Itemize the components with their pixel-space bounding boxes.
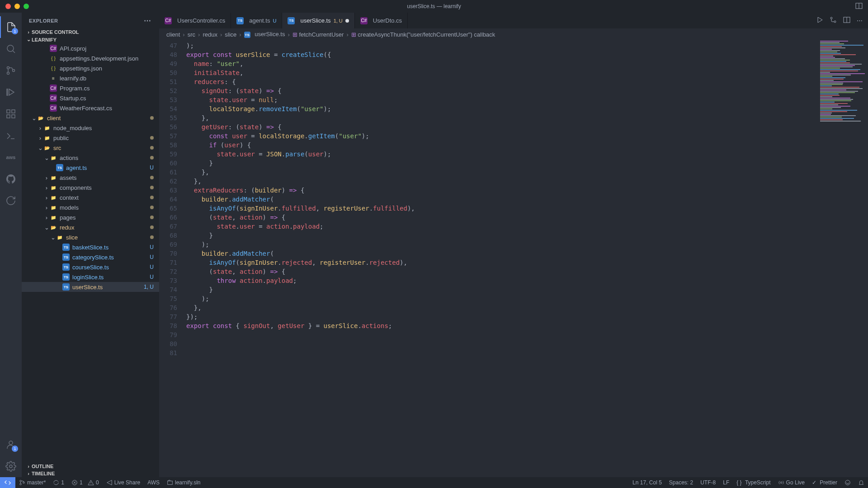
editor-body[interactable]: 47 48 49 50 51 52 53 54 55 56 57 58 59 6… — [159, 40, 868, 477]
modified-dot-icon — [150, 216, 154, 219]
tree-item-categorySlice-ts[interactable]: TScategorySlice.tsU — [22, 252, 159, 262]
tree-item-appsettings-Development-json[interactable]: { }appsettings.Development.json — [22, 53, 159, 63]
debug-icon[interactable] — [0, 81, 22, 103]
tree-item-userSlice-ts[interactable]: TSuserSlice.ts1, U — [22, 282, 159, 292]
explorer-more-icon[interactable]: ⋯ — [144, 16, 152, 25]
extensions-icon[interactable] — [0, 103, 22, 125]
account-icon[interactable]: 1 — [0, 434, 22, 455]
svg-point-21 — [20, 480, 22, 482]
chevron-right-icon: › — [43, 214, 50, 221]
tree-item-basketSlice-ts[interactable]: TSbasketSlice.tsU — [22, 242, 159, 252]
tab-agent-ts[interactable]: TSagent.tsU — [231, 13, 282, 28]
indent-status[interactable]: Spaces: 2 — [665, 479, 697, 486]
breadcrumb-item[interactable]: client — [166, 31, 180, 38]
tab-UserDto-cs[interactable]: C#UserDto.cs — [355, 13, 408, 28]
section-workspace[interactable]: ⌄LEARNIFY — [22, 36, 159, 43]
breadcrumb-item[interactable]: ⊞ fetchCurrentUser — [292, 31, 344, 38]
tab-label: UserDto.cs — [373, 17, 402, 24]
tree-item-agent-ts[interactable]: TSagent.tsU — [22, 163, 159, 173]
tree-item-assets[interactable]: ›📁assets — [22, 173, 159, 183]
source-control-icon[interactable] — [0, 60, 22, 81]
tab-userSlice-ts[interactable]: TSuserSlice.ts1, U — [282, 13, 354, 28]
branch-status[interactable]: master* — [15, 479, 49, 486]
svg-point-15 — [9, 465, 12, 468]
tree-item-actions[interactable]: ⌄📁actions — [22, 153, 159, 163]
tree-item-src[interactable]: ⌄📂src — [22, 143, 159, 153]
search-icon[interactable] — [0, 38, 22, 60]
sync-status[interactable]: 1 — [49, 479, 68, 486]
section-outline[interactable]: ›OUTLINE — [22, 463, 159, 470]
more-icon[interactable]: ⋯ — [857, 17, 863, 24]
breadcrumb-item[interactable]: TS userSlice.ts — [244, 31, 285, 38]
tree-label: redux — [60, 224, 148, 231]
tree-item-context[interactable]: ›📁context — [22, 192, 159, 202]
breadcrumb-item[interactable]: src — [188, 31, 195, 38]
tree-item-slice[interactable]: ⌄📁slice — [22, 232, 159, 242]
tree-item-redux[interactable]: ⌄📂redux — [22, 222, 159, 232]
modified-dot-icon — [150, 136, 154, 140]
explorer-tab-icon[interactable]: 1 — [0, 16, 22, 38]
feedback-icon[interactable] — [841, 479, 854, 486]
tab-badge: 1, U — [334, 18, 343, 23]
tree-item-models[interactable]: ›📁models — [22, 202, 159, 212]
breadcrumb-sep: › — [239, 31, 241, 38]
solution-status[interactable]: learnify.sln — [163, 479, 204, 486]
terminal-icon[interactable] — [0, 125, 22, 146]
tab-badge: U — [273, 18, 276, 23]
problems-status[interactable]: 1 0 — [68, 479, 103, 486]
breadcrumb[interactable]: client›src›redux›slice›TS userSlice.ts›⊞… — [159, 28, 868, 40]
breadcrumb-item[interactable]: redux — [203, 31, 217, 38]
breadcrumb-item[interactable]: slice — [225, 31, 236, 38]
minimize-window-button[interactable] — [14, 4, 20, 9]
close-window-button[interactable] — [5, 4, 11, 9]
maximize-window-button[interactable] — [24, 4, 29, 9]
liveshare-status[interactable]: Live Share — [103, 479, 144, 486]
minimap[interactable] — [818, 40, 868, 122]
encoding-status[interactable]: UTF-8 — [697, 479, 719, 486]
aws-icon[interactable]: aws — [0, 146, 22, 168]
tab-UsersController-cs[interactable]: C#UsersController.cs — [159, 13, 231, 28]
section-timeline[interactable]: ›TIMELINE — [22, 470, 159, 477]
tree-item-courseSlice-ts[interactable]: TScourseSlice.tsU — [22, 262, 159, 272]
svg-line-3 — [13, 51, 15, 53]
tree-item-Program-cs[interactable]: C#Program.cs — [22, 83, 159, 93]
eol-status[interactable]: LF — [719, 479, 733, 486]
svg-point-6 — [13, 70, 15, 72]
file-tree[interactable]: C#API.csproj{ }appsettings.Development.j… — [22, 43, 159, 463]
tree-item-node_modules[interactable]: ›📁node_modules — [22, 123, 159, 133]
settings-icon[interactable] — [0, 455, 22, 477]
split-icon[interactable] — [843, 16, 850, 25]
window-title: userSlice.ts — learnify — [407, 3, 461, 9]
tree-label: loginSlice.ts — [72, 274, 150, 281]
diff-icon[interactable] — [830, 16, 837, 25]
golive-status[interactable]: Go Live — [774, 479, 808, 486]
tree-item-learnify-db[interactable]: ≡learnify.db — [22, 73, 159, 83]
tree-label: node_modules — [53, 125, 154, 131]
tree-item-components[interactable]: ›📁components — [22, 183, 159, 192]
layout-toggle-icon[interactable] — [855, 2, 863, 11]
tree-item-Startup-cs[interactable]: C#Startup.cs — [22, 93, 159, 103]
tree-item-client[interactable]: ⌄📂client — [22, 113, 159, 123]
tree-item-public[interactable]: ›📁public — [22, 133, 159, 143]
remote-button[interactable] — [0, 477, 15, 488]
aws-status[interactable]: AWS — [144, 479, 163, 486]
language-status[interactable]: { } TypeScript — [733, 479, 774, 486]
tree-label: userSlice.ts — [72, 284, 144, 291]
tree-item-pages[interactable]: ›📁pages — [22, 212, 159, 222]
tree-item-loginSlice-ts[interactable]: TSloginSlice.tsU — [22, 272, 159, 282]
github-icon[interactable] — [0, 168, 22, 190]
tree-item-API-csproj[interactable]: C#API.csproj — [22, 43, 159, 53]
tree-item-WeatherForecast-cs[interactable]: C#WeatherForecast.cs — [22, 103, 159, 113]
modified-dot-icon — [150, 235, 154, 239]
modified-dot-icon — [150, 186, 154, 189]
tree-item-appsettings-json[interactable]: { }appsettings.json — [22, 63, 159, 73]
refresh-icon[interactable] — [0, 190, 22, 211]
svg-point-29 — [780, 482, 782, 483]
cursor-position[interactable]: Ln 17, Col 5 — [629, 479, 665, 486]
code-content[interactable]: );export const userSlice = createSlice({… — [186, 40, 868, 477]
section-source-control[interactable]: ›SOURCE CONTROL — [22, 28, 159, 36]
prettier-status[interactable]: ✓ Prettier — [808, 479, 841, 486]
bell-icon[interactable] — [854, 479, 868, 486]
run-icon[interactable] — [816, 16, 823, 25]
breadcrumb-item[interactable]: ⊞ createAsyncThunk("user/fetchCurrentUse… — [351, 31, 495, 38]
